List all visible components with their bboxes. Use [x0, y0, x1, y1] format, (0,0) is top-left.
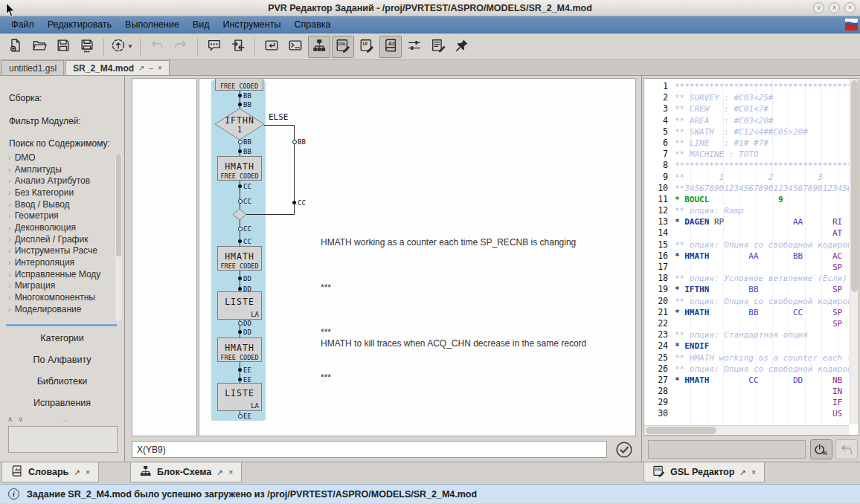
code-vertical-scrollbar[interactable] — [850, 79, 859, 424]
tab-close-icon[interactable]: × — [228, 468, 233, 476]
chevron-right-icon[interactable]: › — [8, 154, 11, 161]
comment-button[interactable] — [203, 36, 225, 58]
run-button[interactable]: ▼ — [109, 36, 135, 58]
tree-item-0[interactable]: ›DMO — [4, 152, 115, 164]
tab-blockscheme[interactable]: Блок-Схема ↗ × — [130, 462, 242, 482]
tree-item-11[interactable]: ›Миграция — [4, 280, 115, 292]
chevron-right-icon[interactable]: › — [8, 271, 11, 278]
flowchart-view-button[interactable] — [308, 36, 330, 58]
tree-item-12[interactable]: ›Многокомпонентны — [4, 291, 115, 303]
chevron-right-icon[interactable]: › — [8, 212, 11, 219]
form-edit-button[interactable] — [427, 36, 449, 58]
gsl-editor-button[interactable]: GSL — [332, 36, 354, 58]
code-horizontal-scrollbar[interactable] — [644, 425, 849, 435]
save-icon — [56, 38, 71, 55]
sidebar-button-3[interactable]: Исправления — [0, 398, 124, 408]
flow-node-hmath-3[interactable]: HMATHFREE CODED — [217, 337, 262, 362]
minimize-button[interactable]: ∨ — [813, 2, 824, 13]
save-button[interactable] — [52, 36, 74, 58]
tree-item-1[interactable]: ›Амплитуды — [4, 164, 115, 175]
sidebar-button-0[interactable]: Категории — [0, 333, 124, 343]
comment-icon — [207, 38, 222, 55]
revert-button[interactable] — [835, 439, 858, 459]
chevron-right-icon[interactable]: › — [8, 201, 11, 208]
tab-float-icon[interactable]: ↗ — [74, 468, 80, 476]
ui-editor-button[interactable]: UI — [356, 36, 378, 58]
tab-float-icon[interactable]: ↗ — [739, 468, 746, 476]
maximize-button[interactable]: ∧ — [829, 2, 840, 13]
undo-button[interactable] — [146, 36, 168, 58]
toggle-on-button[interactable]: N — [810, 439, 832, 459]
spin-down-icon[interactable]: ∨ — [18, 415, 23, 423]
chevron-right-icon[interactable]: › — [8, 224, 11, 231]
tab-float-icon[interactable]: ↗ — [138, 64, 144, 72]
tree-item-4[interactable]: ›Ввод / Вывод — [4, 198, 115, 210]
chevron-right-icon[interactable]: › — [8, 247, 11, 254]
tree-scrollbar[interactable] — [115, 153, 122, 321]
doc-tab-untitled1.gsl[interactable]: untitled1.gsl — [1, 60, 64, 75]
flow-node-free-coded-top[interactable]: FREE CODED — [215, 78, 263, 91]
save-as-button[interactable] — [76, 36, 98, 58]
more-icon[interactable]: … — [61, 415, 69, 423]
open-button[interactable] — [28, 36, 51, 58]
flow-node-hmath-1[interactable]: HMATHFREE CODED — [217, 156, 262, 181]
chevron-right-icon[interactable]: › — [8, 282, 11, 289]
menu-item-5[interactable]: Справка — [287, 17, 337, 32]
sidebar-button-1[interactable]: По Алфавиту — [0, 355, 124, 365]
tree-item-3[interactable]: ›Без Категории — [4, 187, 115, 198]
gsl-command-field[interactable] — [648, 440, 806, 459]
tree-item-7[interactable]: ›Дисплей / График — [4, 233, 115, 245]
flow-node-ifthn[interactable]: IFTHN1 — [215, 109, 264, 140]
close-button[interactable]: × — [844, 2, 856, 13]
tab-float-icon[interactable]: ↗ — [216, 468, 223, 476]
tree-item-9[interactable]: ›Интерполяция — [4, 256, 115, 268]
code-area[interactable]: ****************************************… — [675, 79, 849, 424]
chevron-right-icon[interactable]: › — [8, 236, 11, 243]
dropdown-caret-icon[interactable]: ▼ — [127, 43, 133, 50]
flowchart-command-input[interactable] — [132, 441, 607, 458]
tree-item-13[interactable]: ›Моделирование — [4, 303, 115, 315]
tree-item-8[interactable]: ›Инструменты Расче — [4, 245, 115, 257]
terminal-button[interactable] — [284, 36, 307, 58]
new-file-button[interactable] — [4, 36, 27, 58]
sidebar-button-2[interactable]: Библиотеки — [0, 376, 124, 387]
transfer-button[interactable] — [227, 36, 249, 58]
spin-up-icon[interactable]: ∧ — [7, 415, 13, 423]
tab-dictionary[interactable]: Az Словарь ↗ × — [1, 462, 99, 482]
chevron-right-icon[interactable]: › — [8, 294, 11, 301]
chevron-right-icon[interactable]: › — [8, 166, 11, 173]
tab-close-icon[interactable]: × — [158, 64, 162, 72]
menu-item-0[interactable]: Файл — [4, 17, 41, 32]
dictionary-button[interactable]: Az — [379, 36, 402, 58]
tab-minimize-icon[interactable]: – — [149, 64, 153, 72]
doc-tab-SR_2_M4.mod[interactable]: SR_2_M4.mod↗–× — [65, 60, 170, 75]
chevron-right-icon[interactable]: › — [8, 306, 11, 313]
validate-button[interactable] — [614, 439, 635, 460]
tab-gsl-editor[interactable]: GSL GSL Редактор ↗ × — [644, 462, 765, 482]
tab-close-icon[interactable]: × — [86, 468, 90, 476]
menu-item-2[interactable]: Выполнение — [118, 17, 186, 32]
menu-item-4[interactable]: Инструменты — [216, 17, 287, 32]
chevron-right-icon[interactable]: › — [8, 189, 11, 196]
gsl-editor[interactable]: 1234567891011121314151617181920212223242… — [644, 78, 859, 436]
redo-button[interactable] — [170, 36, 192, 58]
chevron-right-icon[interactable]: › — [8, 259, 11, 266]
flow-annotation: *** — [321, 372, 331, 383]
tree-item-10[interactable]: ›Исправленные Моду — [4, 268, 115, 280]
enter-box-button[interactable] — [260, 36, 283, 58]
sidebar-input-box[interactable] — [8, 426, 118, 453]
tab-close-icon[interactable]: × — [751, 468, 756, 476]
tree-item-5[interactable]: ›Геометрия — [4, 210, 115, 222]
menu-item-3[interactable]: Вид — [186, 17, 216, 32]
flow-node-hmath-2[interactable]: HMATHFREE CODED — [217, 246, 262, 271]
flow-node-merge[interactable] — [233, 209, 246, 220]
pin-button[interactable] — [451, 36, 473, 58]
flowchart-canvas[interactable]: ELSEFREE CODEDIFTHN1HMATHFREE CODEDHMATH… — [199, 78, 636, 436]
tree-item-6[interactable]: ›Деконволюция — [4, 222, 115, 233]
menu-item-1[interactable]: Редактировать — [41, 17, 118, 32]
chevron-right-icon[interactable]: › — [8, 177, 11, 184]
settings-button[interactable] — [403, 36, 426, 58]
flow-node-liste-2[interactable]: LISTELA — [217, 383, 262, 411]
flow-node-liste-1[interactable]: LISTELA — [217, 291, 262, 320]
tree-item-2[interactable]: ›Анализ Атрибутов — [4, 175, 115, 187]
